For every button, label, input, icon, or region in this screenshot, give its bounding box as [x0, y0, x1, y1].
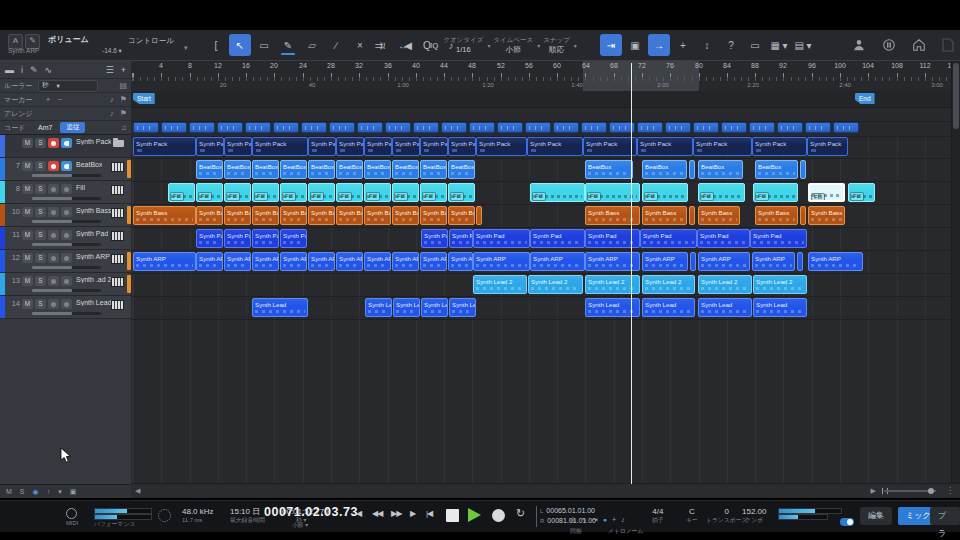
clip-fill[interactable]: Fill [252, 183, 279, 202]
clip-synth-lead[interactable]: Synth Le [421, 298, 448, 317]
clip-synth-arp[interactable]: Synth AR [448, 252, 473, 271]
track-list-view-icon[interactable]: ▬ [5, 65, 14, 75]
clip-synth-arp[interactable]: Synth ARP [530, 252, 585, 271]
clip-beatbox[interactable]: BeatBox [252, 160, 279, 179]
clip-synth-arp[interactable]: Synth AR [252, 252, 279, 271]
clip-beatbox[interactable]: BeatBox [420, 160, 447, 179]
next-bar-button[interactable]: ▶ [410, 509, 415, 518]
pause-circle-icon[interactable] [882, 38, 896, 52]
document-icon[interactable] [942, 38, 954, 52]
track-row[interactable]: 13MSSynth .ad 2 [0, 273, 131, 296]
chord-event[interactable] [357, 122, 383, 133]
clip-synth-arp[interactable]: Synth ARP [642, 252, 688, 271]
record-arm-button[interactable] [48, 230, 59, 240]
clip-synth-lead-2[interactable]: Synth Lead 2 [642, 275, 695, 294]
clip-synth-lead-2[interactable]: Synth Lead 2 [698, 275, 752, 294]
mute-button[interactable]: M [22, 230, 33, 240]
mute-button[interactable]: M [22, 184, 33, 194]
clip-synth-pack[interactable]: Synth Pack [252, 137, 308, 156]
clip-synth-pack[interactable]: Synth Pa [392, 137, 420, 156]
mute-all-button[interactable]: M [6, 488, 12, 495]
track-volume-slider[interactable] [32, 220, 101, 223]
marker-flag-end[interactable]: End [855, 93, 875, 104]
inspector-icon[interactable]: i [21, 65, 23, 75]
tempo-display[interactable]: 152.00テンポ [742, 507, 766, 524]
main-time-unit[interactable]: 小節 ▾ [292, 521, 308, 530]
timebase-dropdown-icon[interactable]: ▾ [537, 42, 540, 49]
chord-event[interactable] [217, 122, 243, 133]
clip-synth-lead-2[interactable]: Synth Lead 2 [473, 275, 527, 294]
track-row[interactable]: 11MSSynth Pad [0, 227, 131, 250]
clip-synth-arp[interactable]: Synth ARP [133, 252, 196, 271]
chord-event[interactable] [581, 122, 607, 133]
track-row[interactable]: 12MSSynth ARP [0, 250, 131, 273]
clip-synth-pack[interactable]: Synth Pack [583, 137, 637, 156]
snap-select[interactable]: スナップ 順応 [543, 35, 570, 55]
chord-lane[interactable] [131, 121, 952, 137]
instrument-icon[interactable] [111, 231, 124, 241]
clip-synth-pad[interactable]: Synth Pa [449, 229, 473, 248]
clip-synth-bass[interactable]: Synth Ba [392, 206, 419, 225]
clip-synth-lead[interactable]: Synth Le [393, 298, 420, 317]
snap-toggle-button[interactable]: ⇥ [600, 34, 622, 56]
clip-fill[interactable]: Fill [698, 183, 745, 202]
chord-event[interactable] [553, 122, 579, 133]
chord-event[interactable] [497, 122, 523, 133]
chord-event[interactable] [637, 122, 663, 133]
chord-event[interactable] [161, 122, 187, 133]
record-arm-button[interactable] [48, 253, 59, 263]
record-arm-button[interactable] [48, 184, 59, 194]
track-volume-slider[interactable] [32, 243, 101, 246]
record-arm-button[interactable] [48, 138, 59, 148]
zoom-menu-icon[interactable]: ⋮ [946, 486, 954, 495]
clip-synth-pad[interactable]: Synth Pad [640, 229, 697, 248]
track-volume-slider[interactable] [32, 266, 101, 269]
mute-button[interactable]: M [22, 207, 33, 217]
timestretch-tool[interactable]: ↔ [392, 34, 414, 56]
clip-synth-bass[interactable]: Synth Bass [698, 206, 740, 225]
monitor-button[interactable] [61, 138, 72, 148]
clip-beatbox[interactable]: BeatBox [336, 160, 363, 179]
chord-event[interactable] [833, 122, 859, 133]
metronome-label[interactable]: メトロノーム [608, 528, 643, 534]
track-list-menu-icon[interactable]: ☰ [106, 65, 114, 75]
clip-synth-pad[interactable]: Synth Pad [473, 229, 530, 248]
solo-button[interactable]: S [35, 207, 46, 217]
performance-meter[interactable]: パフォーマンス [94, 508, 135, 528]
clip-fill[interactable]: Fill [196, 183, 223, 202]
tool-icon[interactable]: ✎ [30, 65, 38, 75]
marker-flag-icon[interactable]: ⚑ [120, 95, 127, 104]
track-row[interactable]: 7MSBeatBox [0, 158, 131, 181]
clip-fill[interactable]: Fill [336, 183, 363, 202]
chord-event[interactable] [385, 122, 411, 133]
chord-follow-button[interactable]: 追従 [60, 122, 85, 133]
ruler-unit-select[interactable]: 秒▾ [38, 80, 98, 92]
zoom-slider-handle[interactable] [928, 488, 934, 494]
key-display[interactable]: Cキー [686, 507, 698, 524]
horizontal-scrollbar[interactable]: ◀ ▶ ⋮ [131, 483, 960, 498]
track-row[interactable]: MSSynth Pack [0, 135, 131, 158]
clip-synth-pack[interactable]: Synth Pa [336, 137, 364, 156]
clip-synth-arp[interactable] [690, 252, 696, 271]
marker-flag-start[interactable]: Start [133, 93, 155, 104]
clip-synth-bass[interactable]: Synth Bass [808, 206, 845, 225]
clip-beatbox[interactable]: BeatBox [308, 160, 335, 179]
clip-synth-bass[interactable]: Synth Ba [252, 206, 279, 225]
solo-button[interactable]: S [35, 184, 46, 194]
stop-button[interactable] [446, 509, 459, 522]
arrow-tool[interactable]: ↖ [229, 34, 251, 56]
clip-synth-bass[interactable]: Synth Ba [280, 206, 307, 225]
loop-button[interactable]: ↻ [516, 507, 525, 520]
bracket[interactable]: [ [205, 34, 227, 56]
clip-synth-lead[interactable]: Synth Le [449, 298, 476, 317]
add-track-button[interactable]: + [121, 65, 126, 75]
clip-synth-arp[interactable]: Synth AR [308, 252, 335, 271]
clip-synth-pack[interactable]: Synth Pack [807, 137, 848, 156]
clip-synth-bass[interactable]: Synth Ba [308, 206, 335, 225]
clip-synth-bass[interactable]: Synth Ba [448, 206, 475, 225]
solo-button[interactable]: S [35, 138, 46, 148]
clip-synth-arp[interactable]: Synth AR [280, 252, 307, 271]
clip-beatbox[interactable]: BeatBox [364, 160, 391, 179]
marker-lane[interactable]: StartEnd [131, 91, 952, 108]
clip-synth-bass[interactable] [800, 206, 806, 225]
